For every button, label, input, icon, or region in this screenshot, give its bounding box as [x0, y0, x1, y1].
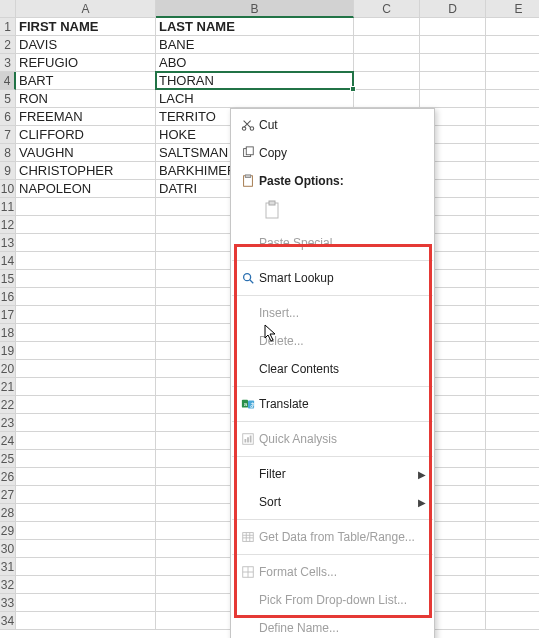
cell[interactable]: BART	[16, 72, 156, 90]
row-header[interactable]: 13	[0, 234, 16, 252]
paste-button[interactable]	[259, 197, 287, 225]
cell[interactable]	[486, 36, 539, 54]
cell[interactable]	[486, 594, 539, 612]
row-header[interactable]: 26	[0, 468, 16, 486]
row-header[interactable]: 2	[0, 36, 16, 54]
cell[interactable]: FIRST NAME	[16, 18, 156, 36]
cell[interactable]	[486, 612, 539, 630]
cell[interactable]	[16, 378, 156, 396]
cell[interactable]: LACH	[156, 90, 354, 108]
cell[interactable]	[16, 234, 156, 252]
cell[interactable]: CHRISTOPHER	[16, 162, 156, 180]
cell[interactable]	[420, 90, 486, 108]
cell[interactable]	[16, 540, 156, 558]
cell[interactable]	[486, 252, 539, 270]
cell[interactable]	[486, 576, 539, 594]
cell[interactable]	[486, 468, 539, 486]
cell[interactable]	[486, 234, 539, 252]
cell[interactable]	[16, 270, 156, 288]
row-header[interactable]: 23	[0, 414, 16, 432]
row-header[interactable]: 7	[0, 126, 16, 144]
cell[interactable]	[486, 54, 539, 72]
menu-sort[interactable]: Sort ▶	[231, 488, 434, 516]
row-header[interactable]: 32	[0, 576, 16, 594]
cell[interactable]	[486, 126, 539, 144]
cell[interactable]	[354, 18, 420, 36]
cell[interactable]	[16, 612, 156, 630]
cell[interactable]	[486, 306, 539, 324]
row-header[interactable]: 5	[0, 90, 16, 108]
cell[interactable]	[16, 342, 156, 360]
cell[interactable]	[486, 270, 539, 288]
row-header[interactable]: 18	[0, 324, 16, 342]
cell[interactable]	[486, 342, 539, 360]
row-header[interactable]: 25	[0, 450, 16, 468]
cell[interactable]: NAPOLEON	[16, 180, 156, 198]
row-header[interactable]: 17	[0, 306, 16, 324]
cell[interactable]	[486, 108, 539, 126]
row-header[interactable]: 19	[0, 342, 16, 360]
cell[interactable]	[16, 450, 156, 468]
row-header[interactable]: 21	[0, 378, 16, 396]
row-header[interactable]: 20	[0, 360, 16, 378]
row-header[interactable]: 4	[0, 72, 16, 90]
row-header[interactable]: 6	[0, 108, 16, 126]
cell[interactable]	[486, 396, 539, 414]
row-header[interactable]: 24	[0, 432, 16, 450]
cell[interactable]	[486, 360, 539, 378]
cell[interactable]	[420, 54, 486, 72]
cell[interactable]	[420, 18, 486, 36]
cell[interactable]	[486, 18, 539, 36]
row-header[interactable]: 3	[0, 54, 16, 72]
cell[interactable]	[16, 288, 156, 306]
row-header[interactable]: 33	[0, 594, 16, 612]
row-header[interactable]: 15	[0, 270, 16, 288]
cell[interactable]	[486, 378, 539, 396]
cell[interactable]	[16, 360, 156, 378]
menu-translate[interactable]: aあ Translate	[231, 390, 434, 418]
row-header[interactable]: 10	[0, 180, 16, 198]
cell[interactable]: REFUGIO	[16, 54, 156, 72]
cell[interactable]	[16, 396, 156, 414]
cell[interactable]	[16, 252, 156, 270]
cell[interactable]	[486, 522, 539, 540]
cell[interactable]	[16, 216, 156, 234]
row-header[interactable]: 27	[0, 486, 16, 504]
row-header[interactable]: 9	[0, 162, 16, 180]
cell[interactable]	[486, 450, 539, 468]
cell[interactable]	[16, 522, 156, 540]
row-header[interactable]: 16	[0, 288, 16, 306]
cell[interactable]: CLIFFORD	[16, 126, 156, 144]
cell[interactable]	[16, 486, 156, 504]
cell[interactable]	[16, 324, 156, 342]
menu-cut[interactable]: Cut	[231, 111, 434, 139]
cell[interactable]	[16, 306, 156, 324]
column-header-D[interactable]: D	[420, 0, 486, 18]
row-header[interactable]: 11	[0, 198, 16, 216]
cell[interactable]: THORAN	[156, 72, 354, 90]
cell[interactable]	[420, 36, 486, 54]
menu-smart-lookup[interactable]: Smart Lookup	[231, 264, 434, 292]
menu-filter[interactable]: Filter ▶	[231, 460, 434, 488]
cell[interactable]	[354, 90, 420, 108]
cell[interactable]	[420, 72, 486, 90]
cell[interactable]	[486, 216, 539, 234]
cell[interactable]: RON	[16, 90, 156, 108]
row-header[interactable]: 31	[0, 558, 16, 576]
menu-clear-contents[interactable]: Clear Contents	[231, 355, 434, 383]
cell[interactable]	[486, 180, 539, 198]
cell[interactable]	[486, 90, 539, 108]
column-header-E[interactable]: E	[486, 0, 539, 18]
cell[interactable]: ABO	[156, 54, 354, 72]
cell[interactable]	[486, 432, 539, 450]
row-header[interactable]: 14	[0, 252, 16, 270]
cell[interactable]	[16, 558, 156, 576]
cell[interactable]: VAUGHN	[16, 144, 156, 162]
cell[interactable]	[486, 144, 539, 162]
cell[interactable]: DAVIS	[16, 36, 156, 54]
cell[interactable]	[486, 486, 539, 504]
cell[interactable]: BANE	[156, 36, 354, 54]
row-header[interactable]: 12	[0, 216, 16, 234]
row-header[interactable]: 30	[0, 540, 16, 558]
cell[interactable]	[16, 468, 156, 486]
